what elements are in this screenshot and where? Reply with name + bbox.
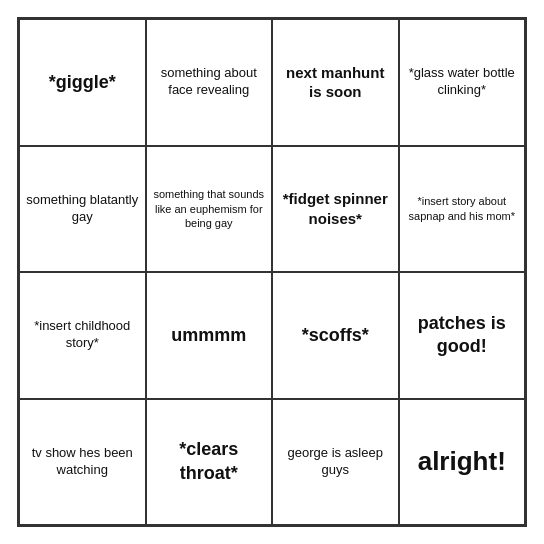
bingo-cell-r1c2: *fidget spinner noises* [272,146,399,273]
bingo-cell-r2c0: *insert childhood story* [19,272,146,399]
bingo-cell-r3c2: george is asleep guys [272,399,399,526]
bingo-cell-r0c2: next manhunt is soon [272,19,399,146]
bingo-board: *giggle*something about face revealingne… [17,17,527,527]
bingo-cell-r3c1: *clears throat* [146,399,273,526]
bingo-cell-r1c1: something that sounds like an euphemism … [146,146,273,273]
bingo-cell-r1c3: *insert story about sapnap and his mom* [399,146,526,273]
bingo-cell-r0c0: *giggle* [19,19,146,146]
bingo-cell-r3c0: tv show hes been watching [19,399,146,526]
bingo-cell-r0c3: *glass water bottle clinking* [399,19,526,146]
bingo-cell-r1c0: something blatantly gay [19,146,146,273]
bingo-cell-r2c1: ummmm [146,272,273,399]
bingo-cell-r0c1: something about face revealing [146,19,273,146]
bingo-cell-r2c3: patches is good! [399,272,526,399]
bingo-cell-r3c3: alright! [399,399,526,526]
bingo-cell-r2c2: *scoffs* [272,272,399,399]
